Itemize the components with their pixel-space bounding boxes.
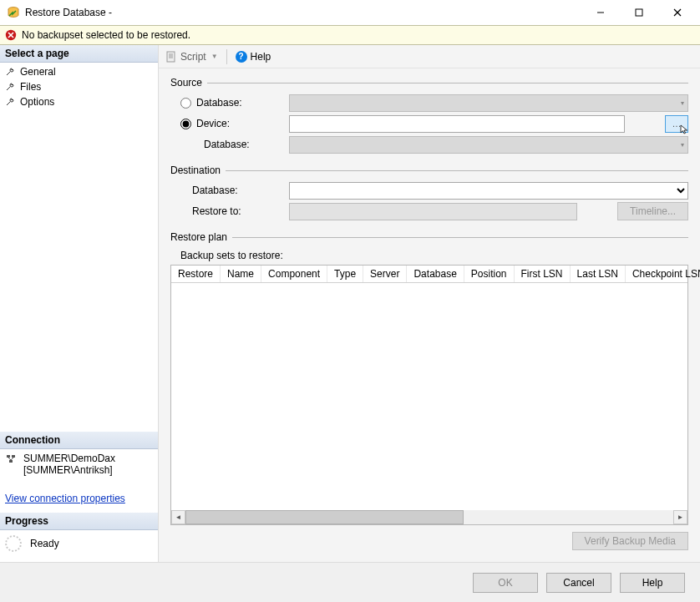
- dialog-footer: OK Cancel Help: [0, 562, 700, 602]
- grid-body: [171, 283, 687, 510]
- grid-header: Restore Name Component Type Server Datab…: [171, 266, 687, 283]
- destination-group-label: Destination: [170, 164, 221, 176]
- warning-bar: No backupset selected to be restored.: [0, 25, 700, 45]
- source-group-label: Source: [170, 77, 202, 89]
- col-checkpoint-lsn[interactable]: Checkpoint LSN: [626, 266, 700, 282]
- script-label: Script: [180, 51, 206, 63]
- col-restore[interactable]: Restore: [171, 266, 221, 282]
- toolbar: Script ▼ ? Help: [159, 45, 700, 68]
- svg-rect-10: [9, 460, 13, 463]
- svg-line-12: [11, 458, 13, 460]
- progress-row: Ready: [0, 530, 158, 562]
- chevron-down-icon: ▼: [211, 53, 218, 60]
- source-database-label: Database:: [196, 97, 242, 109]
- connection-server: SUMMER\DemoDax: [23, 453, 115, 464]
- grid-horizontal-scrollbar[interactable]: ◄ ►: [171, 510, 687, 524]
- col-type[interactable]: Type: [327, 266, 363, 282]
- main-panel: Script ▼ ? Help Source Database:: [159, 45, 700, 562]
- help-footer-button[interactable]: Help: [620, 573, 685, 593]
- script-icon: [165, 51, 177, 63]
- script-button[interactable]: Script ▼: [165, 51, 218, 63]
- backup-sets-caption: Backup sets to restore:: [180, 250, 688, 261]
- maximize-button[interactable]: [620, 0, 658, 25]
- server-icon: [5, 453, 17, 464]
- col-first-lsn[interactable]: First LSN: [515, 266, 571, 282]
- connection-info: SUMMER\DemoDax [SUMMER\Antriksh]: [0, 449, 158, 481]
- source-device-radio[interactable]: [180, 119, 191, 129]
- progress-spinner-icon: [5, 535, 22, 552]
- restore-plan-group-label: Restore plan: [170, 231, 227, 243]
- col-database[interactable]: Database: [407, 266, 464, 282]
- svg-rect-8: [7, 455, 10, 458]
- help-icon: ?: [236, 51, 247, 63]
- window-title: Restore Database -: [25, 7, 112, 18]
- title-bar: Restore Database -: [0, 0, 700, 25]
- col-last-lsn[interactable]: Last LSN: [571, 266, 626, 282]
- scroll-right-button[interactable]: ►: [673, 510, 687, 524]
- timeline-button: Timeline...: [617, 202, 688, 220]
- backup-sets-grid[interactable]: Restore Name Component Type Server Datab…: [170, 265, 688, 525]
- sidebar-item-options[interactable]: Options: [0, 94, 158, 109]
- source-database-radio[interactable]: [180, 98, 191, 109]
- connection-header: Connection: [0, 432, 158, 449]
- col-server[interactable]: Server: [363, 266, 407, 282]
- scroll-thumb[interactable]: [185, 510, 464, 524]
- col-component[interactable]: Component: [261, 266, 327, 282]
- cursor-icon: [679, 124, 691, 135]
- scroll-track[interactable]: [185, 510, 673, 524]
- destination-database-label: Database:: [192, 185, 238, 196]
- ok-button[interactable]: OK: [473, 573, 538, 593]
- restore-plan-group: Restore plan Backup sets to restore: Res…: [170, 231, 688, 554]
- sidebar: Select a page General Files Options Conn…: [0, 45, 159, 562]
- svg-rect-9: [12, 455, 15, 458]
- source-sub-database-label: Database:: [204, 139, 250, 150]
- restore-to-input: [289, 203, 577, 220]
- source-group: Source Database: ▾ Device:: [170, 77, 688, 156]
- verify-backup-media-button: Verify Backup Media: [572, 532, 688, 550]
- warning-message: No backupset selected to be restored.: [22, 29, 190, 41]
- restore-to-label: Restore to:: [192, 205, 241, 217]
- wrench-icon: [5, 82, 15, 92]
- cancel-button[interactable]: Cancel: [546, 573, 611, 593]
- app-icon: [7, 6, 20, 19]
- col-name[interactable]: Name: [221, 266, 261, 282]
- progress-header: Progress: [0, 513, 158, 530]
- view-connection-properties-link[interactable]: View connection properties: [5, 493, 153, 504]
- svg-line-11: [8, 458, 11, 460]
- browse-device-button[interactable]: …: [665, 115, 688, 133]
- wrench-icon: [5, 67, 15, 77]
- close-button[interactable]: [658, 0, 697, 25]
- svg-rect-2: [636, 9, 642, 16]
- svg-rect-13: [167, 52, 175, 62]
- toolbar-separator: [226, 49, 227, 64]
- scroll-left-button[interactable]: ◄: [171, 510, 185, 524]
- page-list: General Files Options: [0, 63, 158, 111]
- source-device-label: Device:: [196, 118, 230, 129]
- sidebar-item-general[interactable]: General: [0, 64, 158, 79]
- sidebar-item-label: General: [20, 66, 56, 78]
- source-database-combo: ▾: [289, 94, 688, 112]
- sidebar-item-label: Options: [20, 96, 54, 108]
- destination-group: Destination Database: Restore to:: [170, 164, 688, 223]
- help-button[interactable]: ? Help: [236, 51, 271, 63]
- sidebar-item-files[interactable]: Files: [0, 79, 158, 94]
- source-sub-database-combo: ▾: [289, 136, 688, 154]
- progress-status: Ready: [30, 538, 59, 549]
- sidebar-item-label: Files: [20, 81, 41, 93]
- select-page-header: Select a page: [0, 45, 158, 63]
- connection-user: [SUMMER\Antriksh]: [23, 464, 115, 476]
- col-position[interactable]: Position: [464, 266, 515, 282]
- error-icon: [5, 29, 17, 41]
- minimize-button[interactable]: [581, 0, 620, 25]
- device-path-input[interactable]: [289, 115, 625, 133]
- destination-database-combo[interactable]: [289, 182, 688, 200]
- help-label: Help: [251, 51, 271, 63]
- wrench-icon: [5, 97, 15, 107]
